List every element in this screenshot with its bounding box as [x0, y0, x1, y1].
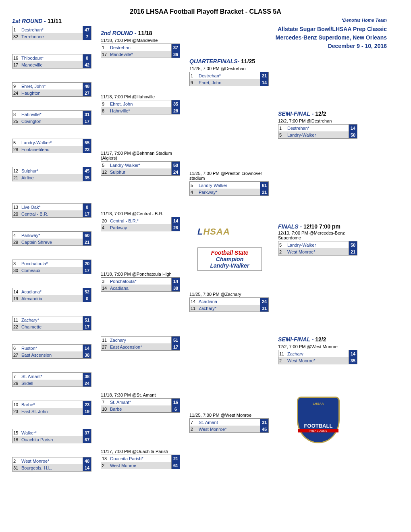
team-row: 26 Slidell 24 [12, 380, 91, 387]
team-row: 13 Live Oak* 0 [12, 204, 91, 210]
r2-game: 9 Ehret, John 35 8 Hahnville* 28 [101, 100, 180, 114]
r1-game: 6 Ruston* 14 27 East Ascension 38 [12, 344, 91, 359]
qf-game: 7 St. Amant 31 2 West Monroe* 45 [189, 418, 269, 433]
team-row: 2 West Monroe* 21 [278, 248, 357, 255]
r1-game: 9 Ehret, John* 48 24 Haughton 27 [12, 82, 91, 97]
team-row: 2 West Monroe 61 [101, 462, 180, 469]
team-row: 27 East Ascension 38 [12, 351, 91, 358]
team-row: 8 Hahnville* 28 [101, 107, 180, 114]
team-row: 24 Haughton 27 [12, 89, 91, 96]
team-row: 12 Sulphur 24 [101, 168, 180, 175]
team-row: 10 Barbe 6 [101, 405, 180, 412]
team-row: 9 Ehret, John* 48 [12, 83, 91, 89]
team-row: 18 Ouachita Parish 67 [12, 436, 91, 443]
team-row: 18 Ouachita Parish* 21 [101, 455, 180, 462]
qf-game: 1 Destrehan* 21 9 Ehret, John 14 [189, 72, 269, 86]
team-row: 28 Fontainebleau 23 [12, 146, 91, 153]
team-row: 11 Zachary 14 [278, 350, 357, 357]
team-row: 8 Hahnville* 31 [12, 111, 91, 118]
team-row: 14 Acadiana* 52 [12, 288, 91, 295]
team-row: 16 Thibodaux* 0 [12, 54, 91, 61]
sf2-header: SEMI-FINAL - 12/2 [278, 336, 326, 343]
team-row: 14 Acadiana 38 [101, 285, 180, 291]
game-info: 12/2, 7:00 PM @West Monroe [278, 344, 357, 349]
game-info: 11/18, 7:00 PM @Mandeville [101, 38, 179, 43]
r2-game: 20 Central - B.R.* 14 4 Parkway 26 [101, 217, 180, 231]
r2-game: 18 Ouachita Parish* 21 2 West Monroe 61 [101, 455, 180, 469]
qf-game: 5 Landry-Walker 61 4 Parkway* 21 [189, 181, 269, 196]
team-row: 5 Landry-Walker 61 [190, 182, 268, 189]
team-row: 20 Central - B.R. 17 [12, 210, 91, 217]
finals-header: FINALS - 12/10 7:00 pm [278, 223, 340, 230]
team-row: 7 St. Amant 31 [190, 419, 268, 426]
game-info: 11/17, 7:00 PM @Ouachita Parish [101, 449, 179, 454]
home-team-note: *Denotes Home Team [341, 18, 387, 23]
sf-game: 11 Zachary 14 2 West Monroe* 35 [278, 350, 357, 364]
r2-game: 11 Zachary 51 27 East Ascension* 17 [101, 336, 180, 351]
r1-game: 8 Hahnville* 31 25 Covington 17 [12, 110, 91, 125]
r2-game: 5 Landry-Walker* 50 12 Sulphur 24 [101, 161, 180, 176]
r1-game: 1 Destrehan* 47 32 Terrebonne 7 [12, 26, 91, 40]
team-row: 23 East St. John 19 [12, 408, 91, 415]
team-row: 20 Central - B.R.* 14 [101, 217, 180, 224]
team-row: 1 Destrehan* 47 [12, 26, 91, 33]
r2-game: 3 Ponchatoula* 14 14 Acadiana 38 [101, 277, 180, 292]
qf-game: 14 Acadiana 24 11 Zachary* 31 [189, 297, 269, 312]
game-info: 11/18, 7:30 PM @St. Amant [101, 393, 179, 397]
team-row: 4 Parkway 26 [101, 224, 180, 231]
team-row: 15 Walker* 37 [12, 429, 91, 436]
r1-game: 7 St. Amant* 38 26 Slidell 24 [12, 372, 91, 387]
r1-game: 4 Parkway* 60 29 Captain Shreve 21 [12, 231, 91, 246]
team-row: 7 St. Amant* 38 [12, 373, 91, 380]
team-row: 1 Destrehan 37 [101, 44, 180, 51]
team-row: 17 Mandeville 42 [12, 61, 91, 68]
team-row: 30 Comeaux 17 [12, 267, 91, 274]
team-row: 19 Alexandria 0 [12, 295, 91, 302]
team-row: 2 West Monroe* 45 [190, 426, 268, 432]
sf1-header: SEMI-FINAL - 12/2 [278, 110, 326, 117]
team-row: 3 Ponchatoula* 14 [101, 278, 180, 285]
team-row: 10 Barbe* 23 [12, 401, 91, 408]
r1-game: 15 Walker* 37 18 Ouachita Parish 67 [12, 429, 91, 443]
r1-game: 5 Landry-Walker* 55 28 Fontainebleau 23 [12, 139, 91, 153]
r1-game: 12 Sulphur* 45 21 Airline 35 [12, 167, 91, 181]
r1-game: 3 Ponchatoula* 20 30 Comeaux 17 [12, 260, 91, 274]
game-info: 11/17, 7:00 PM @Behrman Stadium (Algiers… [101, 151, 179, 160]
team-row: 3 Ponchatoula* 20 [12, 260, 91, 267]
game-info: 11/18, 7:00 PM @Ponchatoula High [101, 272, 179, 276]
qf-header: QUARTERFINALS- 11/25 [189, 58, 255, 64]
game-info: 11/25, 7:00 PM @Destrehan [189, 66, 268, 71]
team-row: 32 Terrebonne 7 [12, 33, 91, 40]
team-row: 2 West Monroe* 35 [278, 357, 357, 364]
team-row: 1 Destrehan* 21 [190, 72, 268, 79]
finals-column: 12/10, 7:00 PM @Mercedes-Benz Superdome … [278, 231, 357, 257]
lhsaa-logo: LHSAA [189, 219, 250, 243]
game-info: 12/2, 7:00 PM @Destrehan [278, 118, 357, 123]
r1-game: 16 Thibodaux* 0 17 Mandeville 42 [12, 54, 91, 69]
r2-game: 7 St. Amant* 16 10 Barbe 6 [101, 398, 180, 413]
team-row: 9 Ehret, John 14 [190, 79, 268, 86]
team-row: 29 Captain Shreve 21 [12, 239, 91, 245]
game-info: 11/18, 7:00 PM @Central - B.R. [101, 211, 179, 216]
r1-game: 11 Zachary* 51 22 Chalmette 17 [12, 316, 91, 330]
team-row: 11 Zachary* 51 [12, 316, 91, 323]
team-row: 22 Chalmette 17 [12, 323, 91, 330]
game-info: 11/18, 7:00 PM @Hahnville [101, 94, 179, 99]
r1-game: 2 West Monroe* 48 31 Bourgeois, H.L. 14 [12, 457, 91, 472]
round2-header: 2nd ROUND - 11/18 [101, 30, 152, 36]
team-row: 5 Landry-Walker* 55 [12, 139, 91, 146]
page-title: 2016 LHSAA Football Playoff Bracket - CL… [12, 8, 399, 15]
team-row: 31 Bourgeois, H.L. 14 [12, 464, 91, 471]
team-row: 4 Parkway* 21 [190, 189, 268, 195]
team-row: 5 Landry-Walker* 50 [101, 162, 180, 168]
game-info: 11/25, 7:00 PM @Zachary [189, 292, 268, 297]
team-row: 1 Destrehan* 14 [278, 125, 357, 131]
sf-game: 1 Destrehan* 14 5 Landry-Walker 50 [278, 124, 357, 139]
team-row: 9 Ehret, John 35 [101, 100, 180, 107]
event-info: Allstate Sugar Bowl/LHSAA Prep Classic M… [276, 25, 387, 50]
team-row: 5 Landry-Walker 50 [278, 131, 357, 138]
game-info: 12/10, 7:00 PM @Mercedes-Benz Superdome [278, 231, 357, 240]
r1-game: 10 Barbe* 23 23 East St. John 19 [12, 401, 91, 415]
game-info: 11/25, 7:00 PM @Preston crownover stadiu… [189, 171, 268, 181]
round1-header: 1st ROUND - 11/11 [12, 18, 62, 24]
